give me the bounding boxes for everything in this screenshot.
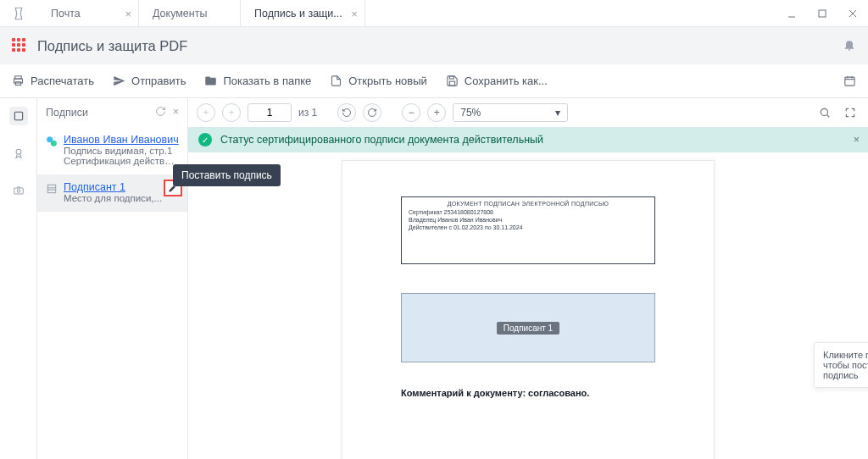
page-canvas[interactable]: ДОКУМЕНТ ПОДПИСАН ЭЛЕКТРОННОЙ ПОДПИСЬЮ С… bbox=[188, 158, 868, 459]
tab-documents[interactable]: Документы bbox=[139, 0, 241, 26]
save-as-button[interactable]: Сохранить как... bbox=[446, 75, 548, 87]
refresh-icon[interactable] bbox=[155, 106, 166, 119]
send-button[interactable]: Отправить bbox=[113, 75, 186, 87]
svg-rect-7 bbox=[449, 76, 453, 79]
status-banner: ✓ Статус сертифицированного подписи доку… bbox=[188, 127, 868, 152]
signature-slot-entry[interactable]: Подписант 1 Место для подписи,... bbox=[37, 174, 187, 212]
app-logo bbox=[0, 0, 37, 26]
toolbar-label: Распечатать bbox=[31, 75, 94, 87]
open-new-button[interactable]: Открыть новый bbox=[330, 75, 427, 87]
svg-point-20 bbox=[821, 108, 827, 115]
minimize-button[interactable] bbox=[776, 0, 807, 26]
app-menu-icon[interactable] bbox=[12, 38, 27, 53]
toolbar-label: Открыть новый bbox=[348, 75, 427, 87]
svg-rect-8 bbox=[449, 81, 454, 86]
tooltip-sign: Поставить подпись bbox=[173, 164, 281, 186]
close-icon[interactable]: × bbox=[173, 106, 179, 119]
tab-sign-protect[interactable]: Подпись и защи... × bbox=[241, 0, 365, 26]
svg-rect-1 bbox=[819, 10, 826, 17]
status-text: Статус сертифицированного подписи докуме… bbox=[220, 134, 543, 146]
calendar-icon bbox=[843, 75, 856, 87]
svg-rect-9 bbox=[845, 77, 854, 86]
tab-label: Почта bbox=[51, 8, 81, 19]
page-title: Подпись и защита PDF bbox=[37, 38, 187, 54]
signature-slot-area[interactable]: Подписант 1 bbox=[401, 293, 655, 362]
rotate-left-icon[interactable] bbox=[337, 103, 356, 122]
hint-text: Кликните по области, чтобы поставить под… bbox=[823, 350, 868, 380]
rotate-right-icon[interactable] bbox=[363, 103, 381, 122]
signer-detail: Сертификация действите bbox=[64, 156, 179, 166]
app-header: Подпись и защита PDF bbox=[0, 27, 868, 64]
search-icon[interactable] bbox=[815, 103, 834, 122]
close-icon[interactable]: × bbox=[854, 134, 860, 146]
svg-rect-15 bbox=[14, 188, 23, 194]
save-icon bbox=[446, 75, 459, 87]
svg-line-21 bbox=[827, 115, 830, 118]
rail-thumbnails-icon[interactable] bbox=[9, 107, 28, 125]
title-bar: Почта × Документы Подпись и защи... × bbox=[0, 0, 868, 27]
tab-label: Подпись и защи... bbox=[254, 8, 342, 19]
signer-name: Иванов Иван Иванович bbox=[64, 134, 179, 146]
rail-cert-icon[interactable] bbox=[9, 144, 28, 163]
signature-valid-icon bbox=[46, 134, 58, 166]
page-number-input[interactable] bbox=[248, 103, 292, 122]
maximize-button[interactable] bbox=[807, 0, 837, 26]
stamp-line: Действителен с 01.02.2023 по 30.11.2024 bbox=[409, 224, 648, 231]
svg-point-16 bbox=[17, 190, 20, 193]
send-icon bbox=[113, 75, 125, 87]
signature-placeholder-icon bbox=[46, 181, 58, 203]
chevron-down-icon: ▾ bbox=[555, 107, 560, 119]
svg-point-18 bbox=[51, 141, 57, 147]
signature-stamp: ДОКУМЕНТ ПОДПИСАН ЭЛЕКТРОННОЙ ПОДПИСЬЮ С… bbox=[401, 196, 655, 264]
prev-page-add-icon[interactable]: + bbox=[197, 103, 215, 122]
main-area: Подписи × Иванов Иван Иванович Подпись в… bbox=[0, 98, 868, 459]
show-in-folder-button[interactable]: Показать в папке bbox=[204, 75, 311, 87]
svg-rect-6 bbox=[15, 82, 20, 86]
calendar-button[interactable] bbox=[843, 75, 856, 87]
print-button[interactable]: Распечатать bbox=[12, 75, 94, 87]
toolbar-label: Сохранить как... bbox=[465, 75, 548, 87]
document-comment: Комментарий к документу: согласовано. bbox=[401, 388, 655, 398]
svg-rect-13 bbox=[14, 112, 22, 119]
stamp-title: ДОКУМЕНТ ПОДПИСАН ЭЛЕКТРОННОЙ ПОДПИСЬЮ bbox=[409, 201, 648, 207]
check-circle-icon: ✓ bbox=[198, 133, 212, 147]
print-icon bbox=[12, 75, 25, 87]
slot-detail: Место для подписи,... bbox=[64, 193, 179, 203]
panel-header: Подписи × bbox=[37, 98, 187, 127]
slot-chip: Подписант 1 bbox=[497, 322, 559, 335]
pdf-page: ДОКУМЕНТ ПОДПИСАН ЭЛЕКТРОННОЙ ПОДПИСЬЮ С… bbox=[342, 161, 714, 459]
window-controls bbox=[776, 0, 868, 26]
left-rail bbox=[0, 98, 37, 459]
close-window-button[interactable] bbox=[837, 0, 868, 26]
panel-title: Подписи bbox=[46, 107, 88, 119]
fullscreen-icon[interactable] bbox=[841, 103, 860, 122]
stamp-line: Сертификат 253418080127808 bbox=[409, 208, 648, 216]
tab-label: Документы bbox=[153, 8, 207, 19]
document-viewer: + + из 1 − + 75% ▾ ✓ Статус сертифициров… bbox=[188, 98, 868, 459]
svg-point-14 bbox=[16, 149, 21, 154]
next-page-add-icon[interactable]: + bbox=[222, 103, 241, 122]
zoom-out-icon[interactable]: − bbox=[402, 103, 420, 122]
zoom-in-icon[interactable]: + bbox=[427, 103, 446, 122]
page-total: из 1 bbox=[298, 107, 317, 119]
rail-camera-icon[interactable] bbox=[9, 181, 28, 200]
tab-mail[interactable]: Почта × bbox=[37, 0, 139, 26]
slot-name: Подписант 1 bbox=[64, 181, 179, 193]
signatures-panel: Подписи × Иванов Иван Иванович Подпись в… bbox=[37, 98, 188, 459]
close-icon[interactable]: × bbox=[125, 7, 131, 19]
signer-detail: Подпись видимая, стр.1 bbox=[64, 146, 179, 156]
toolbar-label: Показать в папке bbox=[223, 75, 311, 87]
stamp-line: Владелец Иванов Иван Иванович bbox=[409, 216, 648, 224]
signature-entry[interactable]: Иванов Иван Иванович Подпись видимая, ст… bbox=[37, 127, 187, 174]
notifications-icon[interactable] bbox=[843, 38, 856, 54]
close-icon[interactable]: × bbox=[351, 7, 358, 19]
hint-popover: Кликните по области, чтобы поставить под… bbox=[814, 342, 868, 388]
viewer-toolbar: + + из 1 − + 75% ▾ bbox=[188, 98, 868, 127]
zoom-value: 75% bbox=[460, 107, 481, 119]
folder-icon bbox=[204, 75, 217, 87]
toolbar: Распечатать Отправить Показать в папке О… bbox=[0, 64, 868, 98]
toolbar-label: Отправить bbox=[131, 75, 186, 87]
document-icon bbox=[330, 75, 342, 87]
svg-rect-19 bbox=[47, 185, 55, 192]
zoom-select[interactable]: 75% ▾ bbox=[453, 103, 568, 122]
